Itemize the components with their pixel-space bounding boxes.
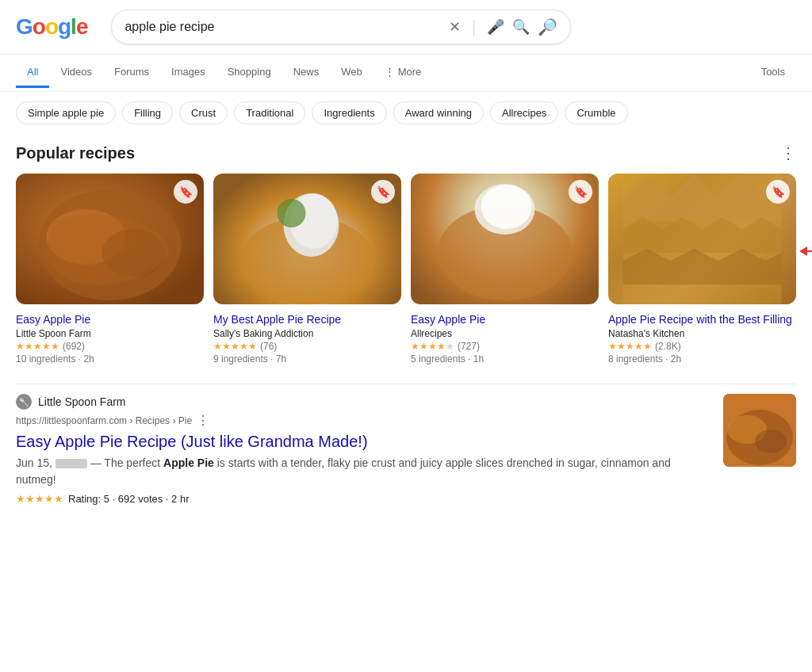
result-rating-text: Rating: 5 · 692 votes · 2 hr [68, 493, 189, 505]
tab-shopping[interactable]: Shopping [216, 58, 282, 88]
chip-crust[interactable]: Crust [179, 101, 228, 124]
stars-4: ★★★★★ [608, 341, 652, 352]
section-title: Popular recipes [16, 144, 135, 162]
recipe-rating-3: ★★★★★ (727) [411, 341, 599, 352]
chip-allrecipes[interactable]: Allrecipes [490, 101, 558, 124]
tab-images[interactable]: Images [160, 58, 216, 88]
recipe-card-3[interactable]: 🔖 Easy Apple Pie Allrecipes ★★★★★ (727) … [411, 174, 599, 365]
tab-more[interactable]: ⋮ More [373, 58, 433, 88]
chip-simple-apple-pie[interactable]: Simple apple pie [16, 101, 116, 124]
chip-ingredients[interactable]: Ingredients [312, 101, 386, 124]
arrow-shaft [806, 250, 812, 252]
bookmark-btn-1[interactable]: 🔖 [174, 180, 197, 204]
svg-point-9 [481, 185, 532, 229]
search-input[interactable] [124, 20, 440, 34]
tab-all[interactable]: All [16, 58, 49, 88]
svg-point-6 [278, 199, 306, 227]
recipe-source-1: Little Spoon Farm [16, 328, 204, 339]
google-logo: Google [16, 14, 87, 40]
bookmark-btn-4[interactable]: 🔖 [766, 180, 790, 204]
search-bar: ✕ | 🎤 🔍 🔎 [111, 10, 571, 44]
recipe-meta-4: 8 ingredients · 2h [608, 353, 796, 365]
microphone-icon[interactable]: 🎤 [487, 18, 504, 36]
tab-forums[interactable]: Forums [103, 58, 160, 88]
filter-chips: Simple apple pie Filling Crust Tradition… [0, 92, 812, 134]
result-title[interactable]: Easy Apple Pie Recipe (Just like Grandma… [16, 431, 710, 452]
recipe-source-3: Allrecipes [411, 328, 599, 339]
result-thumbnail [723, 394, 796, 467]
result-url-more-btn[interactable]: ⋮ [197, 413, 209, 428]
tab-videos[interactable]: Videos [49, 58, 103, 88]
recipes-grid: 🔖 Easy Apple Pie Little Spoon Farm ★★★★★… [16, 174, 796, 365]
clear-icon[interactable]: ✕ [449, 18, 461, 36]
recipe-meta-1: 10 ingredients · 2h [16, 353, 204, 365]
recipe-card-2[interactable]: 🔖 My Best Apple Pie Recipe Sally's Bakin… [213, 174, 401, 365]
recipe-rating-4: ★★★★★ (2.8K) [608, 341, 796, 352]
result-url-row: https://littlespoonfarm.com › Recipes › … [16, 413, 710, 428]
result-content-1: 🥄 Little Spoon Farm https://littlespoonf… [16, 394, 710, 505]
main-content: Popular recipes ⋮ 🔖 [0, 134, 812, 524]
svg-point-14 [755, 430, 787, 453]
recipe-title-3[interactable]: Easy Apple Pie [411, 312, 599, 326]
stars-1: ★★★★★ [16, 341, 59, 352]
chip-traditional[interactable]: Traditional [234, 101, 305, 124]
stars-3: ★★★★★ [411, 341, 454, 352]
recipe-source-4: Natasha's Kitchen [608, 328, 796, 339]
section-more-options[interactable]: ⋮ [780, 143, 796, 162]
arrowhead [799, 246, 807, 256]
result-thumb-image [723, 394, 796, 467]
chip-filling[interactable]: Filling [122, 101, 173, 124]
header: Google ✕ | 🎤 🔍 🔎 [0, 0, 812, 55]
recipe-rating-1: ★★★★★ (692) [16, 341, 204, 352]
recipe-image-wrap-4: 🔖 [608, 174, 796, 304]
nav-tabs: All Videos Forums Images Shopping News W… [0, 55, 812, 92]
stars-2: ★★★★★ [213, 341, 257, 352]
rating-count-2: (76) [260, 341, 277, 352]
rating-count-4: (2.8K) [655, 341, 681, 352]
recipe-card-4[interactable]: 🔖 Apple Pie Recipe with the Best Filling… [608, 174, 796, 365]
dots-icon: ⋮ [385, 66, 395, 78]
result-url: https://littlespoonfarm.com › Recipes › … [16, 415, 192, 426]
snippet-bold: Apple Pie [163, 456, 214, 469]
snippet-date: Jun 15, [16, 456, 56, 469]
recipe-image-wrap-3: 🔖 [411, 174, 599, 304]
search-button[interactable]: 🔎 [538, 17, 557, 36]
lens-icon[interactable]: 🔍 [512, 18, 530, 36]
result-snippet: Jun 15, — The perfect Apple Pie is start… [16, 455, 710, 488]
result-favicon: 🥄 [16, 394, 32, 410]
bookmark-btn-2[interactable]: 🔖 [371, 180, 395, 204]
recipe-image-wrap-2: 🔖 [213, 174, 401, 304]
thumb-svg [723, 394, 796, 467]
recipe-image-wrap-1: 🔖 [16, 174, 204, 304]
recipe-title-4[interactable]: Apple Pie Recipe with the Best Filling [608, 312, 796, 326]
rating-count-1: (692) [63, 341, 85, 352]
recipe-meta-2: 9 ingredients · 7h [213, 353, 401, 365]
tab-tools[interactable]: Tools [750, 58, 796, 88]
result-source-row: 🥄 Little Spoon Farm [16, 394, 710, 410]
result-stars: ★★★★★ [16, 493, 63, 505]
chip-award-winning[interactable]: Award winning [393, 101, 484, 124]
snippet-before: — The perfect [90, 456, 163, 469]
recipe-title-2[interactable]: My Best Apple Pie Recipe [213, 312, 401, 326]
rating-count-3: (727) [458, 341, 480, 352]
result-source-name: Little Spoon Farm [38, 395, 126, 408]
result-rating-row: ★★★★★ Rating: 5 · 692 votes · 2 hr [16, 493, 710, 505]
rich-format-annotation: Rich format [806, 239, 812, 264]
recipe-title-1[interactable]: Easy Apple Pie [16, 312, 204, 326]
tab-web[interactable]: Web [330, 58, 373, 88]
bookmark-btn-3[interactable]: 🔖 [569, 180, 592, 204]
recipe-source-2: Sally's Baking Addiction [213, 328, 401, 339]
chip-crumble[interactable]: Crumble [565, 101, 627, 124]
recipe-rating-2: ★★★★★ (76) [213, 341, 401, 352]
search-result-1: 🥄 Little Spoon Farm https://littlespoonf… [16, 384, 796, 514]
section-header: Popular recipes ⋮ [16, 143, 796, 162]
recipe-card-1[interactable]: 🔖 Easy Apple Pie Little Spoon Farm ★★★★★… [16, 174, 204, 365]
tab-news[interactable]: News [282, 58, 331, 88]
recipe-meta-3: 5 ingredients · 1h [411, 353, 599, 365]
popular-recipes-section: Popular recipes ⋮ 🔖 [16, 143, 796, 365]
snippet-blurred [56, 459, 87, 468]
